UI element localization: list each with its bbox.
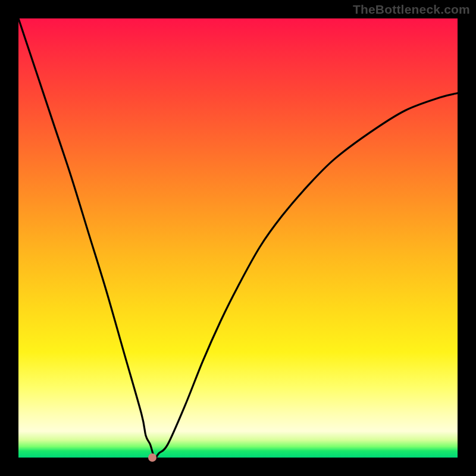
bottleneck-curve xyxy=(18,18,458,458)
chart-frame: TheBottleneck.com xyxy=(0,0,476,476)
plot-area xyxy=(18,18,458,458)
watermark-text: TheBottleneck.com xyxy=(353,2,470,17)
minimum-marker xyxy=(148,453,156,462)
